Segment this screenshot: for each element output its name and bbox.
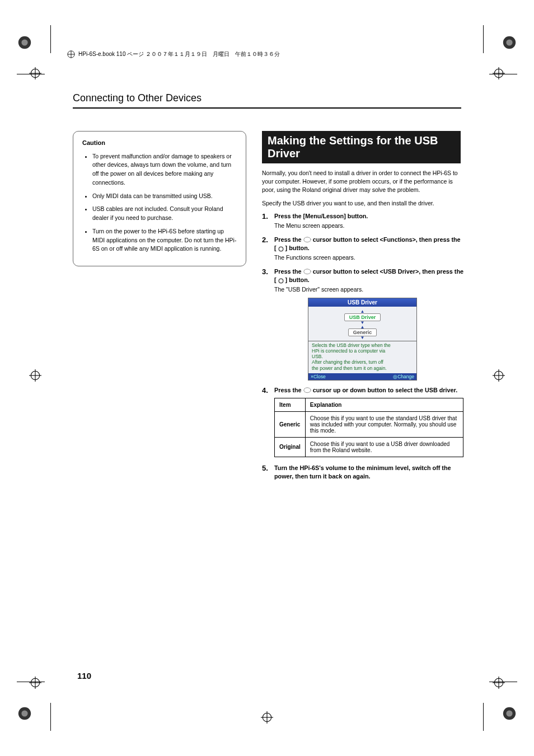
registration-mark-icon: [502, 35, 517, 50]
step-subtext: The "USB Driver" screen appears.: [274, 285, 463, 294]
section-title: Connecting to Other Devices: [73, 92, 461, 109]
step-title: Press the cursor button to select <Funct…: [274, 236, 463, 252]
step-subtext: The Menu screen appears.: [274, 222, 463, 230]
trim-mark-icon: [483, 25, 484, 53]
trim-mark-icon: [489, 682, 517, 682]
intro-paragraph: Normally, you don't need to install a dr…: [262, 169, 463, 195]
crosshair-mark-icon: [29, 677, 41, 689]
svg-point-1: [21, 39, 27, 45]
subsection-heading: Making the Settings for the USB Driver: [262, 131, 461, 163]
caution-item: To prevent malfunction and/or damage to …: [92, 152, 237, 187]
svg-point-5: [21, 710, 27, 716]
crosshair-mark-icon: [493, 677, 505, 689]
running-header: HPi-6S-e.book 110 ページ ２００７年１１月１９日 月曜日 午前…: [67, 50, 280, 58]
svg-point-35: [279, 279, 283, 283]
book-icon: [67, 50, 75, 58]
svg-point-32: [304, 237, 311, 242]
step-1: Press the [Menu/Lesson] button. The Menu…: [262, 212, 463, 230]
driver-options-table: Item Explanation Generic Choose this if …: [274, 398, 463, 457]
caution-item: USB cables are not included. Consult you…: [92, 205, 237, 223]
crosshair-mark-icon: [493, 67, 505, 79]
table-cell: Choose this if you want to use the stand…: [305, 411, 463, 437]
svg-point-3: [506, 39, 512, 45]
svg-point-33: [279, 247, 283, 251]
table-cell: Choose this if you want to use a USB dri…: [305, 437, 463, 457]
crosshair-mark-icon: [29, 369, 41, 382]
page-number: 110: [77, 671, 91, 680]
trim-mark-icon: [17, 74, 45, 74]
registration-mark-icon: [502, 706, 517, 721]
trim-mark-icon: [483, 703, 484, 731]
registration-mark-icon: [17, 706, 32, 721]
table-cell: Original: [275, 437, 306, 457]
trim-mark-icon: [17, 682, 45, 682]
step-4: Press the cursor up or down button to se…: [262, 386, 463, 457]
step-subtext: The Functions screen appears.: [274, 253, 463, 262]
crosshair-mark-icon: [261, 711, 273, 724]
step-title: Press the cursor up or down button to se…: [274, 386, 463, 395]
circle-button-icon: [278, 246, 284, 251]
cursor-dpad-icon: [303, 237, 311, 243]
step-title: Press the [Menu/Lesson] button.: [274, 212, 463, 220]
step-3: Press the cursor button to select <USB D…: [262, 267, 463, 381]
registration-mark-icon: [17, 35, 32, 50]
down-arrow-icon: ▼: [360, 321, 365, 325]
step-title: Press the cursor button to select <USB D…: [274, 267, 463, 284]
cursor-dpad-icon: [303, 387, 311, 394]
screenshot-change-label: ◎Change: [393, 374, 414, 379]
table-header: Explanation: [305, 398, 463, 411]
step-2: Press the cursor button to select <Funct…: [262, 236, 463, 262]
screenshot-close-label: ×Close: [311, 374, 326, 379]
step-5: Turn the HPi-6S's volume to the minimum …: [262, 464, 463, 481]
trim-mark-icon: [489, 74, 517, 74]
svg-point-7: [506, 710, 512, 716]
table-cell: Generic: [275, 411, 306, 437]
caution-item: Only MIDI data can be transmitted using …: [92, 192, 237, 201]
circle-button-icon: [278, 278, 284, 283]
caution-title: Caution: [82, 138, 237, 148]
crosshair-mark-icon: [493, 369, 505, 382]
step-title: Turn the HPi-6S's volume to the minimum …: [274, 464, 463, 481]
svg-point-34: [304, 269, 311, 274]
trim-mark-icon: [50, 703, 51, 731]
running-header-text: HPi-6S-e.book 110 ページ ２００７年１１月１９日 月曜日 午前…: [78, 50, 280, 58]
cursor-dpad-icon: [303, 269, 311, 275]
down-arrow-icon: ▼: [360, 336, 365, 340]
screenshot-titlebar: USB Driver: [308, 298, 416, 307]
screenshot-description: Selects the USB driver type when the HPi…: [308, 341, 416, 373]
caution-item: Turn on the power to the HPi-6S before s…: [92, 227, 237, 253]
crosshair-mark-icon: [29, 67, 41, 79]
table-header: Item: [275, 398, 306, 411]
trim-mark-icon: [50, 25, 51, 53]
device-screenshot: USB Driver ▲ USB Driver ▼ ▲ Gen: [308, 298, 417, 380]
svg-point-36: [304, 388, 311, 393]
caution-box: Caution To prevent malfunction and/or da…: [73, 131, 246, 266]
intro-paragraph: Specify the USB driver you want to use, …: [262, 199, 463, 208]
